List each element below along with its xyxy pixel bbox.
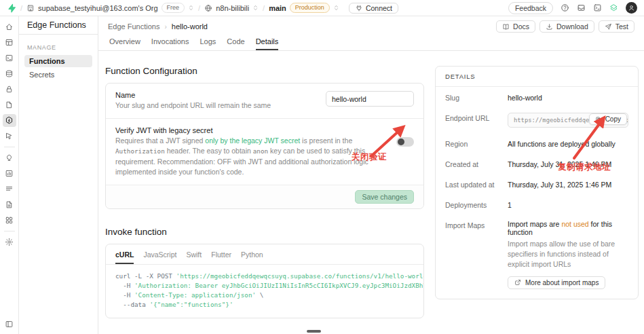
plan-badge: Free (162, 3, 185, 13)
realtime-icon[interactable] (3, 130, 16, 143)
details-row: Created atThursday, July 31, 2025 1:46 P… (436, 153, 638, 174)
org-switcher[interactable]: supabase_testyihui@163.com's Org Free (26, 3, 194, 13)
sidebar-item-functions[interactable]: Functions (24, 55, 92, 67)
collapse-sidebar-icon[interactable] (3, 318, 16, 331)
more-about-import-maps-button[interactable]: More about import maps (508, 276, 605, 289)
invoke-tabs: cURLJavaScriptSwiftFlutterPython (106, 244, 423, 265)
breadcrumb: Edge Functions › hello-world (108, 22, 208, 31)
download-icon (546, 23, 553, 31)
breadcrumb-root[interactable]: Edge Functions (108, 22, 159, 31)
chevron-updown-icon[interactable] (252, 4, 259, 12)
org-name: supabase_testyihui@163.com's Org (38, 4, 158, 12)
verify-jwt-toggle[interactable] (396, 137, 414, 147)
download-button[interactable]: Download (539, 20, 594, 33)
chevron-updown-icon[interactable] (333, 4, 339, 12)
reports-icon[interactable] (3, 167, 16, 180)
project-icon (204, 4, 212, 12)
branch-name: main (269, 4, 286, 12)
branch-switcher[interactable]: main Production (269, 3, 339, 13)
breadcrumb-current: hello-world (172, 22, 208, 31)
topbar-right: Feedback (508, 2, 637, 14)
chevron-updown-icon[interactable] (188, 4, 194, 12)
auth-icon[interactable] (3, 83, 16, 96)
terminal-icon[interactable] (593, 3, 602, 12)
details-row: RegionAll functions are deployed globall… (436, 133, 638, 153)
tab-code[interactable]: Code (227, 37, 244, 50)
nav-rail (0, 16, 19, 334)
project-switcher[interactable]: n8n-bilibili (204, 4, 259, 12)
tab-logs[interactable]: Logs (200, 37, 216, 50)
function-configuration-card: Name Your slug and endpoint URL will rem… (105, 83, 424, 209)
help-icon[interactable] (561, 3, 569, 12)
toggle-knob (398, 138, 404, 145)
tab-curl[interactable]: cURL (115, 250, 134, 264)
sql-editor-icon[interactable] (3, 52, 16, 64)
layers-icon[interactable] (609, 3, 618, 12)
settings-icon[interactable] (3, 236, 16, 248)
code-line: curl -L -X POST 'https://mgeobicfeddqewq… (115, 272, 414, 281)
content: Function Configuration Name Your slug an… (98, 51, 644, 334)
details-card: DETAILS Slug hello-world Endpoint URL ht… (435, 66, 639, 299)
code-line: -H 'Content-Type: application/json' \ (115, 291, 414, 300)
connect-label: Connect (366, 4, 392, 12)
slug-label: Slug (445, 92, 508, 102)
main-area: Edge Functions › hello-world DocsDownloa… (98, 16, 644, 334)
breadcrumb-separator: / (263, 4, 265, 12)
feedback-button[interactable]: Feedback (508, 2, 553, 14)
code-line: -H 'Authorization: Bearer eyJhbGciOiJIUz… (115, 281, 414, 291)
sidebar-item-secrets[interactable]: Secrets (24, 69, 92, 81)
breadcrumb-separator: / (20, 4, 22, 12)
docs-button[interactable]: Docs (496, 20, 535, 33)
import-maps-description: Import maps allow the use of bare specif… (508, 239, 628, 270)
tab-details[interactable]: Details (256, 37, 279, 50)
not-used-highlight: not used (561, 220, 588, 228)
send-icon (605, 23, 612, 31)
rail-divider (4, 147, 15, 147)
tab-overview[interactable]: Overview (109, 37, 140, 50)
tab-invocations[interactable]: Invocations (151, 37, 189, 50)
top-bar: / supabase_testyihui@163.com's Org Free … (0, 0, 644, 16)
save-changes-button[interactable]: Save changes (355, 190, 414, 204)
inbox-icon[interactable] (577, 3, 586, 12)
avatar[interactable] (626, 2, 637, 14)
app-window: / supabase_testyihui@163.com's Org Free … (0, 0, 644, 334)
tab-flutter[interactable]: Flutter (211, 250, 231, 264)
name-label: Name (115, 91, 315, 99)
storage-icon[interactable] (3, 98, 16, 111)
sidebar-section-label: MANAGE (19, 35, 98, 55)
project-name: n8n-bilibili (216, 4, 249, 12)
connect-button[interactable]: Connect (349, 3, 398, 14)
api-docs-icon[interactable] (3, 198, 16, 211)
home-icon[interactable] (3, 20, 16, 33)
tab-javascript[interactable]: JavaScript (143, 250, 176, 264)
name-input[interactable] (326, 91, 414, 107)
database-icon[interactable] (3, 67, 16, 80)
supabase-logo-icon[interactable] (7, 3, 16, 13)
copy-endpoint-button[interactable]: Copy (589, 113, 627, 125)
connect-icon (355, 4, 363, 12)
breadcrumb-separator: / (198, 4, 200, 12)
tab-python[interactable]: Python (241, 250, 263, 264)
organization-icon (26, 4, 35, 12)
details-row: Deployments1 (436, 194, 638, 215)
logs-icon[interactable] (3, 183, 16, 196)
advisors-icon[interactable] (3, 151, 16, 164)
copy-icon (595, 116, 602, 123)
test-button[interactable]: Test (599, 20, 634, 33)
code-line: --data '{"name":"functions"}' (115, 300, 414, 310)
curl-code-block[interactable]: curl -L -X POST 'https://mgeobicfeddqewq… (106, 265, 423, 318)
page-tabs: OverviewInvocationsLogsCodeDetails (98, 35, 644, 50)
name-description: Your slug and endpoint URL will remain t… (115, 100, 315, 111)
integrations-icon[interactable] (3, 214, 16, 227)
details-card-title: DETAILS (436, 67, 638, 87)
environment-badge: Production (290, 3, 330, 13)
table-editor-icon[interactable] (3, 36, 16, 49)
docs-icon (502, 23, 510, 31)
chevron-right-icon: › (164, 23, 166, 31)
edge-functions-icon[interactable] (3, 114, 16, 127)
tab-swift[interactable]: Swift (186, 250, 202, 264)
horizontal-scrollbar-thumb[interactable] (307, 330, 321, 333)
jwt-description: Requires that a JWT signed only by the l… (115, 136, 385, 177)
jwt-label: Verify JWT with legacy secret (115, 126, 385, 134)
rail-divider (4, 231, 15, 231)
